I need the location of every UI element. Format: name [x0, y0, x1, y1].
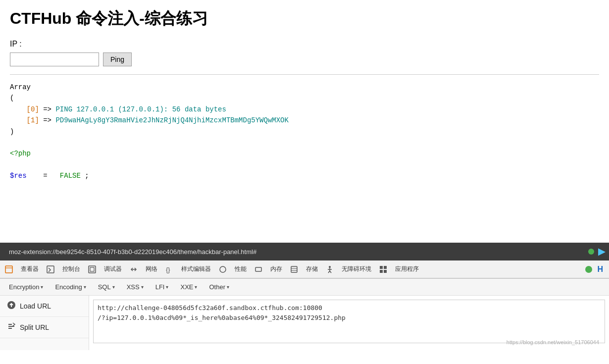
- hackbar-main: http://challenge-048056d5fc32a60f.sandbo…: [89, 296, 609, 350]
- hackbar: Encryption ▾ Encoding ▾ SQL ▾ XSS ▾ LFI …: [0, 278, 609, 350]
- hackbar-menu-xxe[interactable]: XXE ▾: [176, 282, 201, 292]
- divider: [10, 74, 599, 75]
- hackbar-menu-lfi[interactable]: LFI ▾: [152, 282, 173, 292]
- devtools-application-icon[interactable]: [376, 262, 390, 276]
- ip-label: IP :: [10, 40, 599, 49]
- devtools-debugger-icon[interactable]: [85, 262, 99, 276]
- svg-point-7: [220, 266, 226, 272]
- tab-accessibility[interactable]: 无障碍环境: [338, 263, 375, 275]
- svg-rect-18: [384, 266, 387, 269]
- tab-hackbar[interactable]: H: [593, 263, 607, 276]
- devtools-accessibility-icon[interactable]: [323, 262, 337, 276]
- hackbar-watermark: https://blog.csdn.net/weixin_51706044: [507, 339, 599, 345]
- xxe-arrow: ▾: [195, 284, 197, 290]
- hackbar-body: Load URL Split URL http://challenge-0480…: [0, 296, 609, 350]
- lfi-arrow: ▾: [166, 284, 168, 290]
- devtools-inspector-icon[interactable]: [2, 262, 16, 276]
- output-line-7: $res = FALSE ;: [10, 170, 599, 181]
- encoding-arrow: ▾: [84, 284, 86, 290]
- tab-network[interactable]: 网络: [142, 263, 161, 275]
- devtools-network-icon[interactable]: [127, 262, 141, 276]
- tab-memory[interactable]: 内存: [266, 263, 286, 275]
- ping-button[interactable]: Ping: [103, 52, 132, 66]
- svg-rect-0: [5, 266, 12, 273]
- ip-row: Ping: [10, 52, 599, 66]
- load-url-button[interactable]: Load URL: [0, 296, 89, 317]
- devtools-active-indicator: [588, 249, 594, 255]
- hackbar-menu-xss[interactable]: XSS ▾: [123, 282, 148, 292]
- ip-input[interactable]: [10, 52, 99, 66]
- hackbar-url-textarea[interactable]: http://challenge-048056d5fc32a60f.sandbo…: [93, 300, 605, 343]
- hackbar-menu: Encryption ▾ Encoding ▾ SQL ▾ XSS ▾ LFI …: [0, 279, 609, 296]
- tab-application[interactable]: 应用程序: [391, 263, 423, 275]
- tab-console[interactable]: 控制台: [58, 263, 84, 275]
- devtools-style-icon[interactable]: {}: [162, 262, 176, 276]
- svg-point-12: [329, 266, 331, 268]
- svg-text:{}: {}: [166, 266, 170, 273]
- devtools-bar: moz-extension://bee9254c-8510-407f-b3b0-…: [0, 243, 609, 260]
- encryption-arrow: ▾: [41, 284, 43, 290]
- sql-arrow: ▾: [112, 284, 115, 290]
- hackbar-menu-encoding[interactable]: Encoding ▾: [51, 282, 90, 292]
- tab-storage[interactable]: 存储: [302, 263, 322, 275]
- devtools-console-icon[interactable]: [44, 262, 57, 276]
- output-area: Array ( [0] => PING 127.0.0.1 (127.0.0.1…: [10, 82, 599, 182]
- load-url-icon: [7, 301, 16, 312]
- svg-rect-19: [380, 270, 383, 273]
- hackbar-menu-other[interactable]: Other ▾: [205, 282, 233, 292]
- svg-rect-3: [89, 266, 96, 273]
- output-line-1: Array: [10, 82, 599, 93]
- page-title: CTFHub 命令注入-综合练习: [10, 8, 599, 30]
- devtools-status-dot: [585, 266, 592, 273]
- tab-style-editor[interactable]: 样式编辑器: [177, 263, 215, 275]
- svg-rect-9: [291, 266, 297, 272]
- svg-line-16: [330, 271, 331, 273]
- output-line-5: ): [10, 126, 599, 137]
- main-content: CTFHub 命令注入-综合练习 IP : Ping Array ( [0] =…: [0, 0, 609, 243]
- output-line-2: (: [10, 93, 599, 104]
- tab-performance[interactable]: 性能: [231, 263, 251, 275]
- other-arrow: ▾: [227, 284, 229, 290]
- tab-inspector[interactable]: 查看器: [17, 263, 43, 275]
- output-line-3: [0] => PING 127.0.0.1 (127.0.0.1): 56 da…: [10, 104, 599, 115]
- hackbar-sidebar: Load URL Split URL: [0, 296, 89, 350]
- devtools-memory-icon[interactable]: [252, 262, 265, 276]
- output-line-6: <?php: [10, 148, 599, 159]
- split-url-button[interactable]: Split URL: [0, 317, 89, 338]
- split-url-icon: [7, 322, 16, 333]
- devtools-url: moz-extension://bee9254c-8510-407f-b3b0-…: [4, 246, 588, 258]
- devtools-expand-icon[interactable]: ▶: [598, 246, 605, 257]
- devtools-storage-icon[interactable]: [287, 262, 301, 276]
- svg-rect-8: [255, 267, 261, 271]
- devtools-tabs: 查看器 控制台 调试器 网络 {} 样式编辑器 性能 内存 存储: [0, 260, 609, 278]
- svg-rect-17: [380, 266, 383, 269]
- hackbar-menu-sql[interactable]: SQL ▾: [94, 282, 119, 292]
- output-line-4: [1] => PD9waHAgLy8gY3RmaHVie2JhNzRjNjQ4N…: [10, 115, 599, 126]
- svg-rect-4: [90, 267, 94, 271]
- devtools-performance-icon[interactable]: [216, 262, 230, 276]
- tab-debugger[interactable]: 调试器: [100, 263, 126, 275]
- xss-arrow: ▾: [141, 284, 144, 290]
- hackbar-menu-encryption[interactable]: Encryption ▾: [5, 282, 47, 292]
- svg-rect-20: [384, 270, 387, 273]
